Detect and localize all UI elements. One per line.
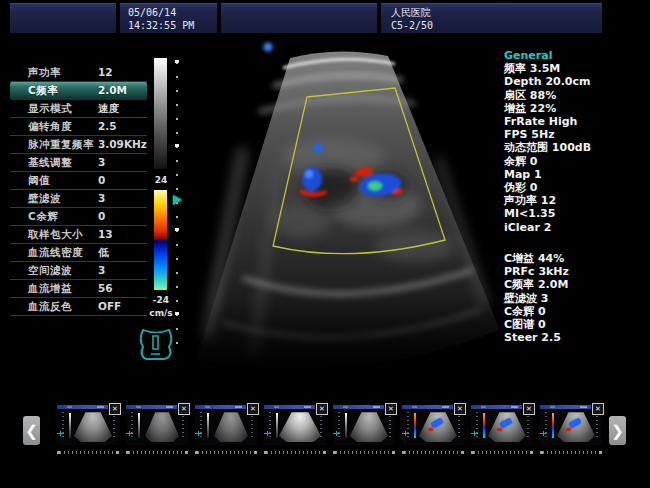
thumb-close-button[interactable]: ✕	[109, 403, 121, 415]
doppler-spot	[497, 428, 502, 431]
focus-marker-icon	[173, 195, 182, 205]
thumbnail[interactable]: ✕	[264, 405, 326, 445]
param-label: 血流线密度	[28, 246, 83, 260]
thumb-image	[488, 411, 526, 443]
param-row[interactable]: 血流线密度 低	[10, 244, 147, 262]
param-line: MI<1.35	[504, 207, 646, 220]
thumb-close-button[interactable]: ✕	[247, 403, 259, 415]
param-row[interactable]: 脉冲重复频率 3.09KHz	[10, 136, 147, 154]
param-label: 偏转角度	[28, 120, 72, 134]
param-value: 56	[98, 282, 113, 294]
date-text: 05/06/14	[128, 6, 217, 19]
thumb-close-button[interactable]: ✕	[178, 403, 190, 415]
param-line: Steer 2.5	[504, 331, 646, 344]
thumbnail[interactable]: ✕	[402, 405, 464, 445]
thumb-image	[74, 411, 112, 443]
param-row[interactable]: 壁滤波 3	[10, 190, 147, 208]
b-mode-fan	[183, 51, 503, 390]
thumb-right-annotations	[458, 412, 460, 440]
param-line: 声功率 12	[504, 194, 646, 207]
param-value: 12	[98, 66, 113, 78]
param-value: 低	[98, 246, 109, 260]
param-label: 血流增益	[28, 282, 72, 296]
thumb-close-button[interactable]: ✕	[523, 403, 535, 415]
param-value: 速度	[98, 102, 119, 116]
body-mark-icon	[137, 327, 175, 361]
thumb-caption	[198, 451, 254, 454]
param-row[interactable]: 空间滤波 3	[10, 262, 147, 280]
thumb-scalebar	[276, 413, 278, 438]
section-title: General	[504, 49, 646, 62]
param-row[interactable]: 血流增益 56	[10, 280, 147, 298]
ultrasound-image[interactable]	[183, 38, 503, 390]
thumbnail[interactable]: ✕	[126, 405, 188, 445]
param-row[interactable]: 基线调整 3	[10, 154, 147, 172]
thumb-image	[350, 411, 388, 443]
hospital-probe-cell: 人民医院 C5-2/50	[381, 3, 602, 33]
thumb-caption	[267, 451, 323, 454]
param-value: 3	[98, 264, 105, 276]
thumb-image	[557, 411, 595, 443]
param-value: 2.5	[98, 120, 117, 132]
param-value: 3	[98, 192, 105, 204]
chevron-right-icon: ❯	[611, 422, 624, 440]
patient-info-cell	[221, 3, 377, 33]
param-row[interactable]: 阈值 0	[10, 172, 147, 190]
param-row[interactable]: 偏转角度 2.5	[10, 118, 147, 136]
thumb-caption	[60, 451, 116, 454]
param-line: 余辉 0	[504, 155, 646, 168]
param-value: 3.09KHz	[98, 138, 147, 150]
thumbnail[interactable]: ✕	[471, 405, 533, 445]
param-row[interactable]: 血流反色 OFF	[10, 298, 147, 316]
param-label: 取样包大小	[28, 228, 83, 242]
param-line: Depth 20.0cm	[504, 75, 646, 88]
thumb-marker-icon	[333, 431, 340, 436]
thumb-scalebar	[552, 413, 554, 438]
chevron-left-icon: ❮	[25, 422, 38, 440]
thumb-scalebar	[414, 413, 416, 438]
param-line: C增益 44%	[504, 252, 646, 265]
thumbnail[interactable]: ✕	[195, 405, 257, 445]
parameter-panel: 声功率 12 C频率 2.0M 显示模式 速度 偏转角度 2.5 脉冲重复频率 …	[10, 64, 147, 316]
thumb-right-annotations	[389, 412, 391, 440]
param-line: C图谱 0	[504, 318, 646, 331]
thumb-right-annotations	[527, 412, 529, 440]
thumbnail[interactable]: ✕	[540, 405, 602, 445]
doppler-spot	[566, 428, 571, 431]
param-row[interactable]: 显示模式 速度	[10, 100, 147, 118]
param-line: FrRate High	[504, 115, 646, 128]
param-value: 0	[98, 174, 105, 186]
thumb-right-annotations	[251, 412, 253, 440]
thumbnail[interactable]: ✕	[57, 405, 119, 445]
thumb-scalebar	[69, 413, 71, 438]
filmstrip-next-button[interactable]: ❯	[609, 416, 626, 445]
color-doppler-bar	[154, 190, 167, 290]
thumb-close-button[interactable]: ✕	[316, 403, 328, 415]
param-line: 增益 22%	[504, 102, 646, 115]
param-row[interactable]: 取样包大小 13	[10, 226, 147, 244]
param-row[interactable]: 声功率 12	[10, 64, 147, 82]
thumb-scalebar	[207, 413, 209, 438]
filmstrip-prev-button[interactable]: ❮	[23, 416, 40, 445]
thumb-close-button[interactable]: ✕	[592, 403, 604, 415]
param-line: C余辉 0	[504, 305, 646, 318]
param-row[interactable]: C余辉 0	[10, 208, 147, 226]
param-value: 3	[98, 156, 105, 168]
thumb-marker-icon	[540, 431, 547, 436]
gray-scale-bar	[154, 58, 167, 169]
param-label: 显示模式	[28, 102, 72, 116]
param-line: PRFc 3kHz	[504, 265, 646, 278]
param-label: 基线调整	[28, 156, 72, 170]
param-value: 2.0M	[98, 84, 127, 96]
param-value: 13	[98, 228, 113, 240]
thumb-close-button[interactable]: ✕	[454, 403, 466, 415]
filmstrip: ✕ ✕ ✕	[57, 405, 602, 445]
thumbnail[interactable]: ✕	[333, 405, 395, 445]
thumb-close-button[interactable]: ✕	[385, 403, 397, 415]
param-label: 阈值	[28, 174, 50, 188]
param-line: 扇区 88%	[504, 89, 646, 102]
thumb-marker-icon	[57, 431, 64, 436]
thumb-marker-icon	[195, 431, 202, 436]
param-row-selected[interactable]: C频率 2.0M	[10, 82, 147, 100]
param-label: 壁滤波	[28, 192, 61, 206]
